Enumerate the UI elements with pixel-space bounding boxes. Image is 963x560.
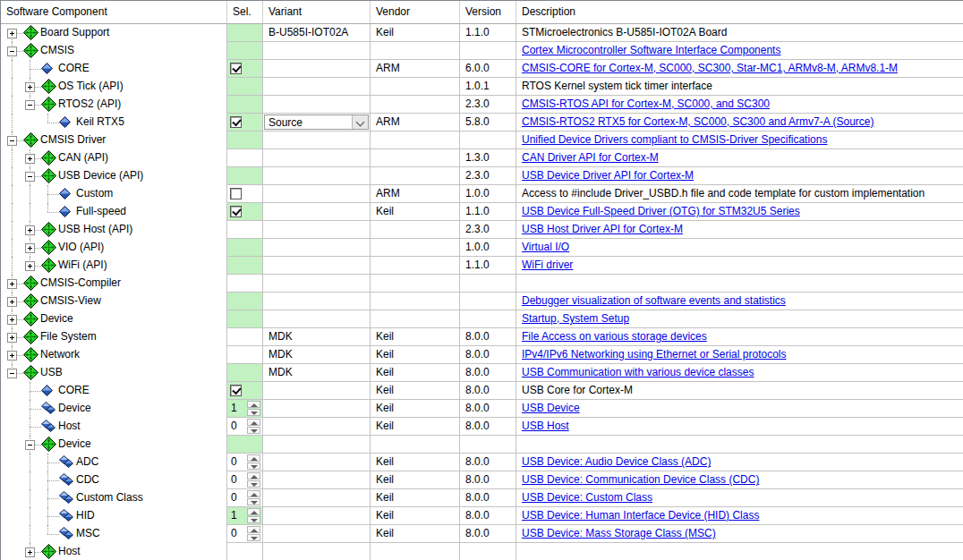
component-select-checkbox[interactable] — [230, 63, 242, 74]
instance-count-value[interactable]: 1 — [231, 507, 237, 524]
component-label[interactable]: CAN (API) — [58, 149, 108, 167]
tree-collapse-minus-button[interactable] — [25, 100, 35, 110]
version-cell: 8.0.0 — [460, 454, 516, 471]
component-label[interactable]: USB — [40, 364, 63, 382]
component-select-checkbox[interactable] — [230, 385, 242, 396]
component-label[interactable]: Host — [58, 418, 81, 436]
variant-select-dropdown[interactable]: Source — [264, 115, 369, 130]
component-group-icon — [23, 132, 38, 149]
component-label[interactable]: Host — [58, 543, 81, 560]
component-label[interactable]: File System — [40, 328, 97, 346]
tree-expand-plus-button[interactable] — [7, 333, 17, 343]
component-label[interactable]: CMSIS Driver — [40, 132, 106, 149]
description-link[interactable]: Virtual I/O — [522, 241, 569, 253]
description-link[interactable]: USB Device: Audio Device Class (ADC) — [522, 455, 711, 468]
component-label[interactable]: CORE — [58, 60, 89, 78]
description-link[interactable]: IPv4/IPv6 Networking using Ethernet or S… — [522, 348, 786, 361]
spinner-up-button[interactable] — [247, 508, 260, 515]
description-link[interactable]: USB Device Driver API for Cortex-M — [522, 169, 694, 182]
description-link[interactable]: USB Host Driver API for Cortex-M — [522, 223, 683, 235]
tree-expand-plus-button[interactable] — [25, 261, 35, 271]
description-link[interactable]: USB Device: Communication Device Class (… — [522, 473, 759, 486]
description-link[interactable]: CMSIS-RTOS API for Cortex-M, SC000, and … — [522, 98, 770, 110]
instance-count-value[interactable]: 0 — [231, 471, 237, 488]
description-link[interactable]: USB Device: Mass Storage Class (MSC) — [522, 527, 716, 539]
instance-count-value[interactable]: 1 — [231, 400, 237, 417]
component-label[interactable]: USB Host (API) — [58, 221, 132, 239]
component-label[interactable]: Full-speed — [76, 203, 126, 221]
description-link[interactable]: USB Device: Custom Class — [522, 491, 652, 504]
instance-count-value[interactable]: 0 — [231, 489, 237, 506]
component-label[interactable]: CMSIS — [40, 42, 74, 60]
tree-collapse-minus-button[interactable] — [25, 172, 35, 182]
description-link[interactable]: USB Host — [522, 420, 569, 432]
tree-expand-plus-button[interactable] — [7, 315, 17, 325]
component-label[interactable]: Board Support — [40, 24, 109, 42]
spinner-down-button[interactable] — [247, 427, 260, 434]
description-link[interactable]: USB Device — [522, 402, 580, 414]
spinner-up-button[interactable] — [247, 526, 260, 533]
component-label[interactable]: Network — [40, 346, 80, 364]
tree-expand-plus-button[interactable] — [7, 29, 17, 38]
description-link[interactable]: Debugger visualization of software event… — [522, 294, 786, 307]
component-label[interactable]: OS Tick (API) — [58, 78, 124, 96]
description-link[interactable]: CMSIS-RTOS2 RTX5 for Cortex-M, SC000, SC… — [522, 115, 874, 128]
description-link[interactable]: CAN Driver API for Cortex-M — [522, 151, 659, 164]
component-select-checkbox[interactable] — [230, 116, 242, 128]
component-label[interactable]: Keil RTX5 — [76, 114, 124, 132]
instance-count-value[interactable]: 0 — [231, 418, 237, 435]
description-link[interactable]: Startup, System Setup — [522, 312, 629, 325]
spinner-up-button[interactable] — [247, 419, 260, 426]
component-label[interactable]: VIO (API) — [58, 239, 104, 257]
component-label[interactable]: Device — [58, 400, 91, 418]
spinner-up-button[interactable] — [247, 490, 260, 497]
spinner-up-button[interactable] — [247, 454, 260, 462]
description-link[interactable]: Cortex Microcontroller Software Interfac… — [522, 44, 780, 56]
component-label[interactable]: CDC — [76, 471, 99, 489]
component-label[interactable]: ADC — [76, 454, 98, 471]
tree-expand-plus-button[interactable] — [7, 351, 17, 361]
description-link[interactable]: WiFi driver — [522, 259, 573, 271]
component-label[interactable]: Device — [40, 310, 73, 328]
spinner-down-button[interactable] — [247, 480, 260, 488]
tree-expand-plus-button[interactable] — [7, 279, 17, 289]
tree-collapse-minus-button[interactable] — [7, 136, 17, 146]
instance-count-value[interactable]: 0 — [231, 525, 237, 542]
tree-expand-plus-button[interactable] — [7, 297, 17, 307]
description-link[interactable]: USB Device Full-Speed Driver (OTG) for S… — [522, 205, 800, 217]
spinner-down-button[interactable] — [247, 498, 260, 505]
description-link[interactable]: USB Communication with various device cl… — [522, 366, 754, 378]
component-label[interactable]: WiFi (API) — [58, 257, 107, 275]
tree-expand-plus-button[interactable] — [25, 82, 35, 92]
instance-count-value[interactable]: 0 — [231, 454, 237, 471]
tree-collapse-minus-button[interactable] — [7, 47, 17, 56]
spinner-down-button[interactable] — [247, 534, 260, 541]
component-label[interactable]: USB Device (API) — [58, 167, 143, 185]
component-label[interactable]: RTOS2 (API) — [58, 96, 121, 114]
component-label[interactable]: CORE — [58, 382, 89, 400]
component-select-checkbox[interactable] — [230, 206, 242, 217]
spinner-down-button[interactable] — [247, 409, 260, 416]
tree-expand-plus-button[interactable] — [25, 225, 35, 235]
component-label[interactable]: Custom — [76, 185, 113, 203]
description-link[interactable]: USB Device: Human Interface Device (HID)… — [522, 509, 759, 522]
description-link[interactable]: File Access on various storage devices — [522, 330, 707, 343]
tree-expand-plus-button[interactable] — [25, 154, 35, 164]
spinner-down-button[interactable] — [247, 516, 260, 523]
component-label[interactable]: CMSIS-Compiler — [40, 275, 121, 293]
tree-collapse-minus-button[interactable] — [7, 369, 17, 378]
component-select-checkbox[interactable] — [230, 188, 242, 199]
spinner-up-button[interactable] — [247, 401, 260, 408]
description-link[interactable]: Unified Device Drivers compliant to CMSI… — [522, 133, 827, 146]
tree-collapse-minus-button[interactable] — [25, 440, 35, 450]
component-label[interactable]: MSC — [76, 525, 100, 543]
component-label[interactable]: Device — [58, 436, 91, 454]
spinner-up-button[interactable] — [247, 472, 260, 479]
tree-expand-plus-button[interactable] — [25, 547, 35, 557]
description-link[interactable]: CMSIS-CORE for Cortex-M, SC000, SC300, S… — [522, 62, 898, 74]
component-label[interactable]: HID — [76, 507, 95, 525]
tree-expand-plus-button[interactable] — [25, 243, 35, 253]
spinner-down-button[interactable] — [247, 462, 260, 470]
component-label[interactable]: Custom Class — [76, 489, 143, 507]
component-label[interactable]: CMSIS-View — [40, 293, 101, 310]
